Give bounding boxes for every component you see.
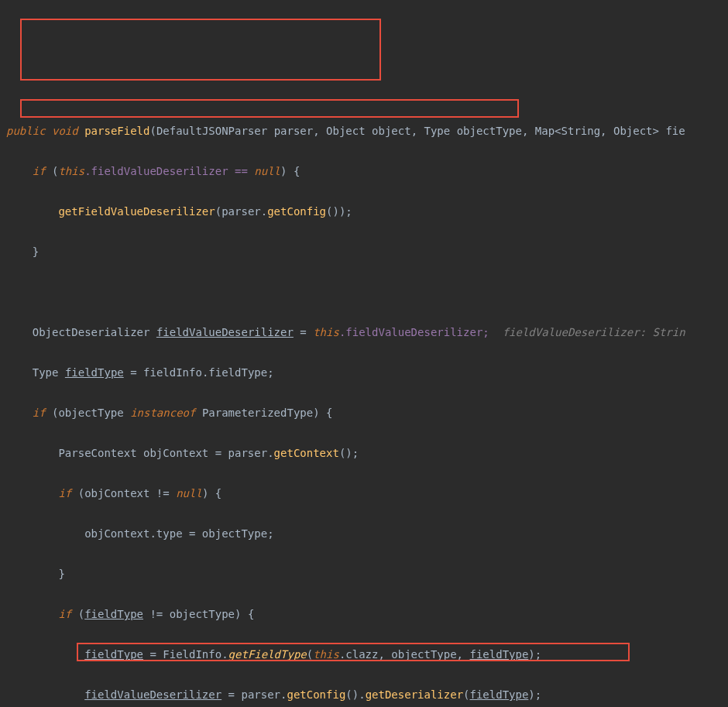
- code-line[interactable]: getFieldValueDeserilizer(parser.getConfi…: [0, 201, 728, 221]
- code-line[interactable]: public void parseField(DefaultJSONParser…: [0, 121, 728, 141]
- inlay-hint: fieldValueDeserilizer: Strin: [503, 326, 685, 338]
- code-line[interactable]: [0, 282, 728, 302]
- code-line[interactable]: if (objContext != null) {: [0, 483, 728, 503]
- code-line[interactable]: if (this.fieldValueDeserilizer == null) …: [0, 161, 728, 181]
- code-line[interactable]: Type fieldType = fieldInfo.fieldType;: [0, 362, 728, 383]
- code-line[interactable]: objContext.type = objectType;: [0, 523, 728, 544]
- code-line[interactable]: fieldType = FieldInfo.getFieldType(this.…: [0, 644, 728, 664]
- code-line[interactable]: if (objectType instanceof ParameterizedT…: [0, 403, 728, 423]
- code-line[interactable]: ObjectDeserializer fieldValueDeserilizer…: [0, 322, 728, 342]
- code-line[interactable]: }: [0, 242, 728, 262]
- code-line[interactable]: ParseContext objContext = parser.getCont…: [0, 443, 728, 463]
- code-line[interactable]: }: [0, 564, 728, 584]
- code-editor[interactable]: public void parseField(DefaultJSONParser…: [0, 0, 728, 707]
- code-line[interactable]: fieldValueDeserilizer = parser.getConfig…: [0, 685, 728, 705]
- highlight-box: [20, 99, 519, 118]
- code-line[interactable]: if (fieldType != objectType) {: [0, 604, 728, 624]
- highlight-box: [20, 19, 381, 81]
